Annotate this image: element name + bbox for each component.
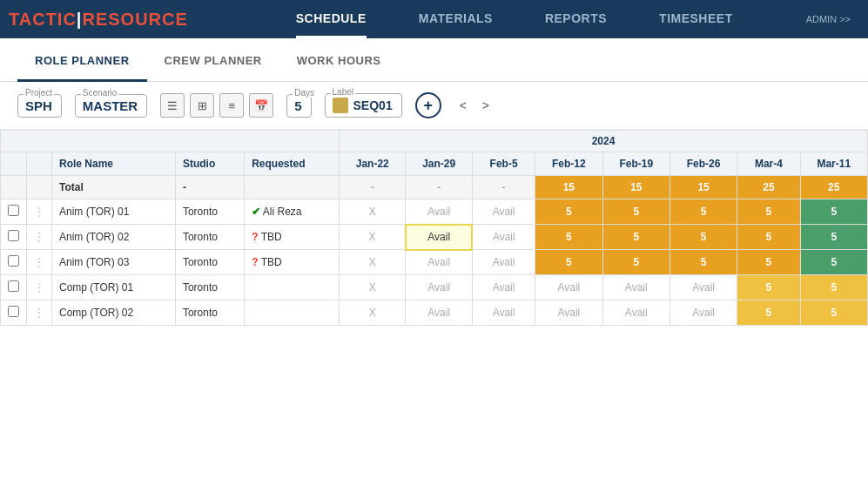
calendar-view-button[interactable]: 📅 — [249, 93, 273, 118]
row2-feb12: 5 — [535, 225, 602, 250]
row2-drag[interactable]: ⋮ — [27, 225, 52, 250]
row1-feb19: 5 — [602, 199, 670, 225]
total-jan22: - — [340, 176, 406, 199]
row3-mar11: 5 — [800, 250, 867, 275]
row3-jan22: X — [340, 250, 406, 275]
top-navigation: TACTIC|RESOURCE SCHEDULE MATERIALS REPOR… — [0, 0, 868, 38]
col-feb26: Feb-26 — [670, 152, 737, 176]
row1-feb26: 5 — [670, 199, 737, 225]
list-view-button[interactable]: ☰ — [160, 93, 185, 118]
row3-requested: ? TBD — [245, 250, 340, 275]
days-field[interactable]: Days 5 — [286, 94, 311, 118]
toolbar: Project SPH Scenario MASTER ☰ ⊞ ≡ 📅 Days… — [0, 82, 868, 130]
date-nav-arrows: < > — [454, 97, 495, 114]
row3-feb26: 5 — [670, 250, 737, 275]
prev-arrow-button[interactable]: < — [454, 97, 472, 114]
row1-checkbox-cell[interactable] — [1, 199, 27, 225]
row1-studio: Toronto — [175, 199, 244, 225]
row5-role: Comp (TOR) 02 — [52, 301, 176, 326]
row2-requested-value: TBD — [261, 231, 282, 243]
row3-feb5: Avail — [472, 250, 535, 275]
row2-feb26: 5 — [670, 225, 737, 250]
next-arrow-button[interactable]: > — [477, 97, 495, 114]
scenario-field[interactable]: Scenario MASTER — [75, 94, 147, 118]
tab-crew-planner[interactable]: CREW PLANNER — [147, 38, 279, 82]
label-value: SEQ01 — [353, 98, 393, 112]
table-row: ⋮ Anim (TOR) 03 Toronto ? TBD X Avail Av… — [1, 250, 868, 275]
label-color-swatch — [333, 98, 348, 113]
row4-studio: Toronto — [175, 275, 244, 301]
row5-mar11: 5 — [800, 301, 867, 326]
group-view-button[interactable]: ⊞ — [190, 93, 214, 118]
row2-mar4: 5 — [737, 225, 800, 250]
row5-checkbox-cell[interactable] — [1, 301, 27, 326]
logo-resource: RESOURCE — [82, 10, 187, 29]
project-field[interactable]: Project SPH — [17, 94, 62, 118]
row4-drag[interactable]: ⋮ — [27, 275, 52, 301]
row3-feb12: 5 — [535, 250, 602, 275]
row5-feb12: Avail — [535, 301, 602, 326]
scenario-value: MASTER — [83, 98, 138, 113]
row4-mar4: 5 — [737, 275, 800, 301]
row2-warn-icon: ? — [252, 231, 258, 243]
row1-drag[interactable]: ⋮ — [27, 199, 52, 225]
row3-studio: Toronto — [175, 250, 244, 275]
nav-reports[interactable]: REPORTS — [545, 1, 607, 38]
col-jan22: Jan-22 — [340, 152, 406, 176]
row5-jan22: X — [340, 301, 406, 326]
view-icon-group: ☰ ⊞ ≡ 📅 — [160, 93, 273, 118]
row2-checkbox-cell[interactable] — [1, 225, 27, 250]
tab-role-planner[interactable]: ROLE PLANNER — [17, 38, 147, 82]
empty-header — [1, 131, 340, 152]
col-role-name: Role Name — [52, 152, 176, 176]
col-drag — [27, 152, 52, 176]
label-label: Label — [331, 87, 355, 97]
row3-feb19: 5 — [602, 250, 670, 275]
row1-checkbox[interactable] — [8, 205, 19, 216]
row1-jan22: X — [340, 199, 406, 225]
nav-schedule[interactable]: SCHEDULE — [296, 1, 367, 38]
row4-feb5: Avail — [472, 275, 535, 301]
days-value: 5 — [294, 98, 301, 113]
row3-drag[interactable]: ⋮ — [27, 250, 52, 275]
admin-label: ADMIN >> — [806, 14, 851, 24]
logo: TACTIC|RESOURCE — [9, 10, 188, 30]
row3-mar4: 5 — [737, 250, 800, 275]
total-drag-cell — [27, 176, 52, 199]
total-requested — [245, 176, 340, 199]
total-label: Total — [52, 176, 176, 199]
row5-requested — [245, 301, 340, 326]
row5-feb19: Avail — [602, 301, 670, 326]
label-field[interactable]: Label SEQ01 — [325, 93, 402, 118]
table-row: ⋮ Anim (TOR) 01 Toronto ✔ Ali Reza X Ava… — [1, 199, 868, 225]
row2-studio: Toronto — [175, 225, 244, 250]
row3-jan29: Avail — [406, 250, 472, 275]
logo-tactic: TACTIC — [9, 10, 77, 29]
row2-jan22: X — [340, 225, 406, 250]
row1-mar11: 5 — [800, 199, 867, 225]
row4-checkbox-cell[interactable] — [1, 275, 27, 301]
col-requested: Requested — [245, 152, 340, 176]
nav-timesheet[interactable]: TIMESHEET — [659, 1, 733, 38]
row2-checkbox[interactable] — [8, 230, 19, 241]
row4-mar11: 5 — [800, 275, 867, 301]
row5-studio: Toronto — [175, 301, 244, 326]
total-mar11: 25 — [800, 176, 867, 199]
tab-work-hours[interactable]: WORK HOURS — [279, 38, 399, 82]
schedule-table: 2024 Role Name Studio Requested Jan-22 J… — [0, 130, 868, 326]
col-feb19: Feb-19 — [602, 152, 670, 176]
row1-role: Anim (TOR) 01 — [52, 199, 176, 225]
row2-jan29: Avail — [406, 225, 472, 250]
row4-checkbox[interactable] — [8, 280, 19, 292]
row5-checkbox[interactable] — [8, 306, 19, 317]
total-row: Total - - - - 15 15 15 25 25 — [1, 176, 868, 199]
row3-checkbox-cell[interactable] — [1, 250, 27, 275]
row3-checkbox[interactable] — [8, 255, 19, 267]
row3-requested-value: TBD — [261, 256, 282, 268]
row2-requested: ? TBD — [245, 225, 340, 250]
row5-drag[interactable]: ⋮ — [27, 301, 52, 326]
add-label-button[interactable]: + — [415, 92, 441, 118]
nav-materials[interactable]: MATERIALS — [419, 1, 493, 38]
col-checkbox — [1, 152, 27, 176]
stack-view-button[interactable]: ≡ — [219, 93, 244, 118]
